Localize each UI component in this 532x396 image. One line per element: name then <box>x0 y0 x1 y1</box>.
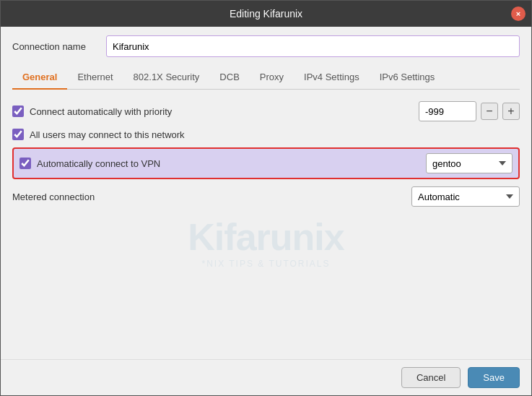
dialog-title: Editing Kifarunix <box>230 8 302 20</box>
close-button[interactable]: × <box>511 7 526 21</box>
all-users-label[interactable]: All users may connect to this network <box>12 129 185 140</box>
tab-ethernet[interactable]: Ethernet <box>67 66 123 90</box>
priority-input[interactable] <box>419 101 476 121</box>
tab-ipv6-settings[interactable]: IPv6 Settings <box>370 66 445 90</box>
all-users-row: All users may connect to this network <box>12 129 520 140</box>
connection-name-label: Connection name <box>12 41 106 52</box>
auto-vpn-checkbox[interactable] <box>19 158 31 169</box>
connect-auto-label[interactable]: Connect automatically with priority <box>12 106 419 117</box>
metered-select[interactable]: Automatic Yes No <box>411 186 520 207</box>
options-area: Connect automatically with priority − + … <box>12 101 520 350</box>
auto-vpn-text: Automatically connect to VPN <box>37 158 160 169</box>
connection-name-input[interactable] <box>106 35 520 57</box>
tab-dcb[interactable]: DCB <box>209 66 249 90</box>
all-users-checkbox[interactable] <box>12 129 24 140</box>
tab-proxy[interactable]: Proxy <box>250 66 294 90</box>
titlebar: Editing Kifarunix × <box>1 1 531 27</box>
connection-name-row: Connection name <box>12 35 520 57</box>
connect-auto-checkbox[interactable] <box>12 106 24 117</box>
watermark: Kifarunix *NIX TIPS & TUTORIALS <box>188 215 344 269</box>
auto-vpn-label[interactable]: Automatically connect to VPN <box>19 158 426 169</box>
priority-increase-button[interactable]: + <box>502 103 520 120</box>
footer: Cancel Save <box>1 359 531 395</box>
priority-decrease-button[interactable]: − <box>481 103 498 120</box>
connect-auto-text: Connect automatically with priority <box>30 106 172 117</box>
tabs-bar: General Ethernet 802.1X Security DCB Pro… <box>12 66 520 90</box>
priority-controls: − + <box>419 101 520 121</box>
tab-ipv4-settings[interactable]: IPv4 Settings <box>294 66 370 90</box>
watermark-main: Kifarunix <box>188 215 344 259</box>
auto-vpn-row: Automatically connect to VPN gentoo othe… <box>12 147 520 179</box>
tab-8021x-security[interactable]: 802.1X Security <box>123 66 210 90</box>
metered-connection-row: Metered connection Automatic Yes No <box>12 186 520 207</box>
save-button[interactable]: Save <box>468 367 520 388</box>
metered-connection-label: Metered connection <box>12 191 411 202</box>
cancel-button[interactable]: Cancel <box>401 367 461 388</box>
tab-general[interactable]: General <box>12 66 67 90</box>
all-users-text: All users may connect to this network <box>30 129 185 140</box>
content-area: Connection name General Ethernet 802.1X … <box>1 27 531 359</box>
watermark-sub: *NIX TIPS & TUTORIALS <box>201 259 330 269</box>
dialog: Editing Kifarunix × Connection name Gene… <box>0 0 532 396</box>
vpn-select[interactable]: gentoo other-vpn <box>426 153 513 173</box>
connect-auto-row: Connect automatically with priority − + <box>12 101 520 121</box>
